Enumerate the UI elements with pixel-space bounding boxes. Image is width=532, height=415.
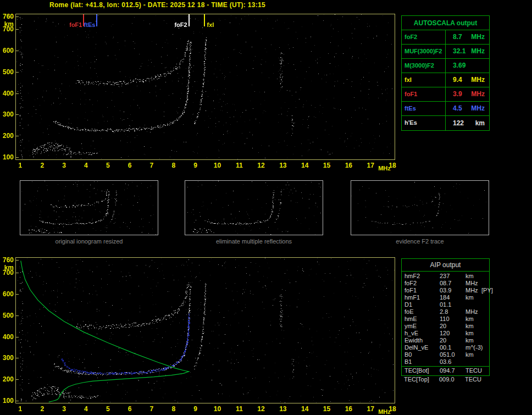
aip-row: hmF1184km xyxy=(402,294,489,301)
aip-row: foF208.7MHz xyxy=(402,280,489,287)
x-axis-tick-label: 12 xyxy=(253,162,269,169)
aip-param-unit xyxy=(461,301,480,308)
x-axis-tick-label: 17 xyxy=(362,405,379,413)
y-axis-tick-label: 760 xyxy=(0,13,14,20)
aip-param-value: 184 xyxy=(440,294,461,301)
marker-line-ftes xyxy=(96,14,97,26)
aip-row: TEC[Bot]094.7TECU xyxy=(402,367,489,374)
aip-param-unit: km xyxy=(461,351,480,358)
y-axis-tick-mark xyxy=(16,316,19,316)
ionogram-plot-top xyxy=(15,14,395,160)
x-axis-tick-label: 4 xyxy=(77,405,94,413)
x-axis-tick-label: 2 xyxy=(34,162,51,169)
aip-table-header: AIP output xyxy=(402,259,489,272)
aip-row: TEC[Top]009.0TECU xyxy=(401,376,490,383)
ionogram-plot-bottom-profile xyxy=(15,257,395,403)
marker-label-ftes: ftEs xyxy=(65,21,95,28)
aip-param-label: B0 xyxy=(404,351,440,358)
autoscala-row: h'Es122km xyxy=(402,116,489,130)
x-axis-tick-label: 7 xyxy=(143,405,160,413)
y-axis-tick-label: 700 xyxy=(0,25,14,33)
param-value: 122 xyxy=(453,117,464,130)
x-axis-tick-label: 3 xyxy=(56,162,73,169)
y-axis-tick-label: 300 xyxy=(0,110,14,118)
aip-param-flag: [PY] xyxy=(480,287,493,294)
aip-param-flag xyxy=(480,294,489,301)
y-axis-tick-mark xyxy=(16,72,19,73)
mini-panel-evidence-f2 xyxy=(351,180,489,235)
aip-param-flag xyxy=(480,323,489,330)
y-axis-tick-label: 700 xyxy=(0,269,14,276)
autoscala-table-body: foF28.7MHzMUF(3000)F232.1MHzM(3000)F23.6… xyxy=(402,30,489,130)
aip-param-value: 01.1 xyxy=(440,301,461,308)
y-axis-tick-label: 300 xyxy=(0,354,14,362)
x-axis-tick-label: 10 xyxy=(209,405,225,413)
autoscala-row: M(3000)F23.69 xyxy=(402,59,489,73)
aip-row: foE2.8MHz xyxy=(402,308,489,316)
x-axis-tick-label: 15 xyxy=(319,405,335,413)
x-axis-tick-label: 3 xyxy=(56,405,73,413)
aip-tec-top-section: TEC[Top]009.0TECU xyxy=(401,376,490,383)
x-axis-tick-label: 11 xyxy=(231,405,247,413)
aip-param-value: 237 xyxy=(440,273,461,280)
param-label: MUF(3000)F2 xyxy=(402,45,446,58)
aip-param-flag xyxy=(480,351,489,358)
autoscala-row: fxI9.4MHz xyxy=(402,73,489,87)
aip-param-value: 120 xyxy=(440,330,461,337)
aip-row: B0051.0km xyxy=(402,351,489,358)
mini-canvas-eliminate xyxy=(185,181,323,235)
autoscala-row: foF28.7MHz xyxy=(402,30,489,45)
autoscala-row: MUF(3000)F232.1MHz xyxy=(402,45,489,59)
aip-param-value: 051.0 xyxy=(440,351,461,358)
aip-param-unit: TECU xyxy=(460,376,480,383)
x-axis-tick-label: 5 xyxy=(99,405,116,413)
y-axis-tick-mark xyxy=(16,294,19,295)
x-axis-tick-label: 1 xyxy=(12,162,29,169)
param-value-cell: 32.1MHz xyxy=(446,45,489,58)
param-value: 4.5 xyxy=(453,102,462,115)
autoscala-table-header: AUTOSCALA output xyxy=(402,16,489,30)
y-axis-tick-label: 600 xyxy=(0,290,14,298)
mini-canvas-evidence xyxy=(351,181,489,235)
aip-param-value: 2.8 xyxy=(440,308,461,316)
y-axis-tick-label: 600 xyxy=(0,47,14,54)
aip-param-value: 20 xyxy=(440,337,461,344)
x-axis-tick-label: 9 xyxy=(187,405,204,413)
param-label: foF2 xyxy=(402,30,446,44)
aip-param-flag xyxy=(480,337,489,344)
y-axis-tick-label: 100 xyxy=(0,397,14,405)
param-value-cell: 3.9MHz xyxy=(446,87,489,101)
y-axis-tick-label: 200 xyxy=(0,375,14,383)
aip-param-label: TEC[Bot] xyxy=(404,367,440,374)
x-axis-tick-label: 1 xyxy=(12,405,29,413)
param-unit: MHz xyxy=(471,73,485,87)
param-value: 3.9 xyxy=(453,87,462,101)
aip-param-unit: MHz xyxy=(461,287,480,294)
y-axis-tick-mark xyxy=(16,401,19,401)
aip-row: h_vE120km xyxy=(402,330,489,337)
y-axis-tick-label: 100 xyxy=(0,153,14,161)
x-axis-tick-label: 13 xyxy=(275,405,291,413)
x-axis-tick-label: 15 xyxy=(319,162,335,169)
aip-param-flag xyxy=(480,330,489,337)
x-axis-tick-label: 11 xyxy=(231,162,247,169)
param-value: 32.1 xyxy=(453,45,465,58)
ionogram-canvas-bottom xyxy=(16,258,395,403)
mini-canvas-original xyxy=(20,181,158,235)
aip-param-label: hmF2 xyxy=(404,273,440,280)
param-value-cell: 3.69 xyxy=(446,59,489,73)
y-axis-tick-mark xyxy=(16,29,19,30)
aip-param-flag xyxy=(480,367,489,374)
aip-param-unit: km xyxy=(461,273,480,280)
aip-param-label: ymE xyxy=(404,323,440,330)
y-axis-tick-label: 760 xyxy=(0,256,14,264)
marker-label-fxi: fxI xyxy=(207,21,237,28)
param-label: fxI xyxy=(402,73,446,87)
aip-param-value: 110 xyxy=(440,316,461,323)
mini-panel-original-resized xyxy=(20,180,158,235)
y-axis-tick-mark xyxy=(16,51,19,51)
param-value-cell: 122km xyxy=(446,116,489,130)
param-value-cell: 9.4MHz xyxy=(446,73,489,87)
param-unit: MHz xyxy=(471,30,485,44)
aip-param-unit: MHz xyxy=(461,308,480,316)
